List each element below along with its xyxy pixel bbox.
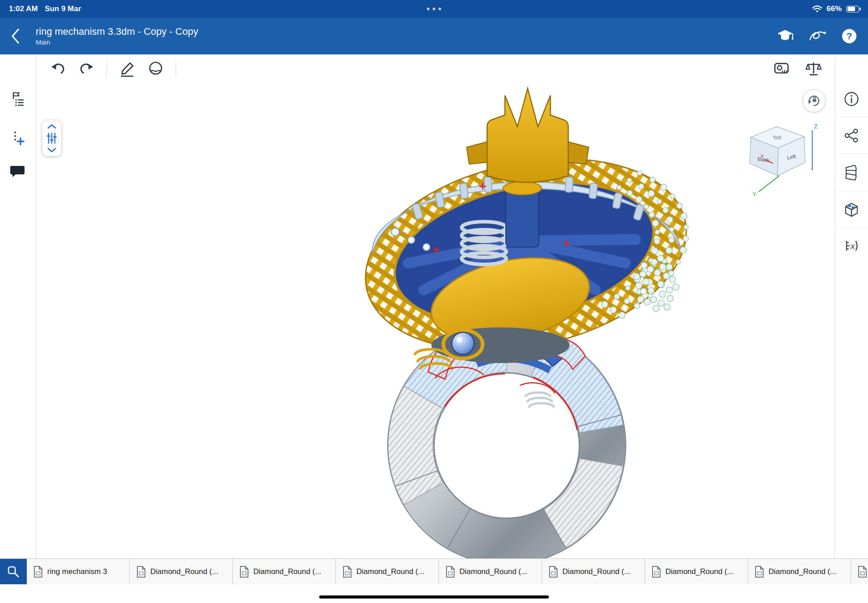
tab-label: Diamond_Round (...: [562, 567, 630, 576]
view-filter-panel-handle[interactable]: [42, 120, 61, 156]
z-axis-label: Z: [814, 123, 818, 130]
battery-percent: 66%: [827, 4, 842, 13]
x-axis-label: X: [761, 153, 764, 159]
measure-button[interactable]: [773, 60, 790, 77]
tab-diamond-round[interactable]: Diamond_Round (...: [336, 559, 439, 584]
y-axis: [759, 176, 779, 192]
wifi-icon: [812, 5, 822, 12]
share-button[interactable]: [843, 127, 860, 144]
canvas-toolbar-right: [773, 54, 822, 83]
render-style-button[interactable]: [147, 60, 164, 77]
tab-label: Diamond_Round (...: [665, 567, 733, 576]
orbit-lock-button[interactable]: [802, 89, 826, 112]
units-button[interactable]: x: [843, 237, 860, 254]
undo-button[interactable]: [50, 60, 66, 77]
mass-properties-button[interactable]: [805, 60, 822, 77]
crown: [487, 88, 568, 182]
document-icon: [548, 566, 558, 578]
toolbar-divider: [176, 61, 176, 77]
app-screen: 1:02 AM Sun 9 Mar 66% ring mechanism 3.3…: [0, 0, 868, 603]
info-button[interactable]: [843, 91, 860, 107]
magnifier-icon: [7, 566, 20, 578]
back-button[interactable]: [11, 26, 24, 46]
tab-ring-mechanism[interactable]: ring mechanism 3: [27, 559, 130, 584]
redo-button[interactable]: [78, 60, 95, 77]
tab-label: Diamond_Round (...: [150, 567, 218, 576]
help-button[interactable]: ?: [841, 28, 857, 44]
filter-sliders-icon[interactable]: [46, 132, 57, 144]
y-axis-label: Y: [752, 191, 756, 198]
document-icon: [136, 566, 146, 578]
home-indicator[interactable]: [319, 595, 549, 599]
tab-label: Diamond_Round (...: [253, 567, 321, 576]
search-tab-button[interactable]: [0, 559, 27, 584]
svg-text:?: ?: [847, 31, 852, 41]
chevron-up-icon[interactable]: [47, 124, 57, 129]
tab-diamond-round[interactable]: Diamond_Round (...: [233, 559, 336, 584]
home-area: [0, 584, 868, 603]
multitask-dots-icon: [427, 8, 441, 10]
status-time: 1:02 AM: [9, 4, 38, 13]
rotate-lock-icon: [807, 94, 821, 107]
document-icon: [445, 566, 455, 578]
document-icon: [651, 566, 661, 578]
document-icon: [239, 566, 249, 578]
document-icon: [342, 566, 352, 578]
gesture-help-button[interactable]: [808, 29, 827, 44]
model-canvas[interactable]: Top Back Left Z Y X: [36, 54, 835, 559]
ring-mechanism-model[interactable]: [36, 54, 835, 559]
status-bar: 1:02 AM Sun 9 Mar 66%: [0, 0, 868, 18]
comment-button[interactable]: [9, 162, 26, 179]
appearance-button[interactable]: [843, 165, 860, 182]
learning-center-button[interactable]: [776, 29, 794, 44]
tab-diamond-round[interactable]: Diamond_Round (...: [851, 559, 868, 584]
feature-list-button[interactable]: [9, 91, 26, 107]
right-toolbar: x: [835, 54, 868, 559]
chevron-left-icon: [11, 28, 21, 44]
document-icon: [33, 566, 43, 578]
tab-diamond-round[interactable]: Diamond_Round (...: [130, 559, 233, 584]
workspace-name: Main: [36, 38, 198, 46]
document-title: ring mechanism 3.3dm - Copy - Copy: [36, 26, 198, 37]
insert-button[interactable]: [9, 129, 26, 146]
tab-label: Diamond_Round (...: [356, 567, 424, 576]
document-header: ring mechanism 3.3dm - Copy - Copy Main …: [0, 18, 868, 54]
tab-label: Diamond_Round (...: [459, 567, 527, 576]
battery-icon: [846, 6, 859, 12]
canvas-toolbar: [36, 54, 176, 83]
svg-text:x: x: [850, 241, 856, 251]
tab-diamond-round[interactable]: Diamond_Round (...: [542, 559, 645, 584]
toolbar-divider: [107, 61, 107, 77]
tab-label: Diamond_Round (...: [769, 567, 836, 576]
sketch-button[interactable]: [119, 60, 136, 77]
tab-diamond-round[interactable]: Diamond_Round (...: [439, 559, 542, 584]
status-date: Sun 9 Mar: [45, 4, 81, 13]
display-options-button[interactable]: [843, 201, 860, 218]
tab-diamond-round[interactable]: Diamond_Round (...: [645, 559, 748, 584]
tab-label: ring mechanism 3: [47, 567, 107, 576]
view-cube[interactable]: Top Back Left Z Y X: [742, 117, 822, 198]
center-cylinder: [506, 188, 539, 247]
document-tab-bar: ring mechanism 3 Diamond_Round (... Diam…: [0, 558, 868, 584]
chevron-down-icon[interactable]: [47, 147, 57, 153]
left-toolbar: [0, 54, 36, 559]
document-icon: [857, 566, 868, 578]
document-icon: [754, 566, 765, 578]
tab-diamond-round[interactable]: Diamond_Round (...: [748, 559, 851, 584]
